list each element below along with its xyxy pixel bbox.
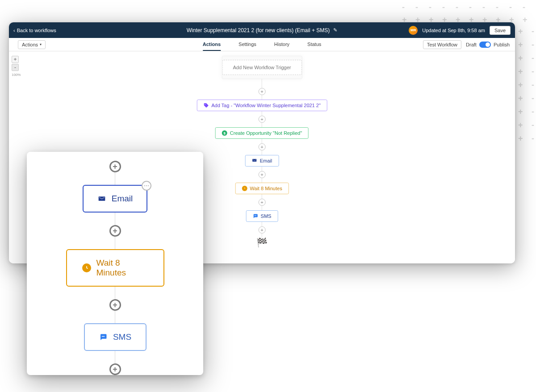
zoom-detail-card: + ⋯ Email + Wait 8 Minutes + SMS + [27, 152, 203, 375]
add-step-button[interactable]: + [258, 226, 265, 234]
connector-line [262, 178, 262, 183]
zoom-node-label: Email [112, 194, 133, 204]
connector-line [262, 206, 262, 210]
connector-line [262, 95, 262, 100]
clock-icon [82, 263, 91, 272]
draft-label: Draft [466, 42, 477, 47]
node-add-tag[interactable]: Add Tag - "Workflow Winter Supplemental … [197, 100, 327, 111]
svg-point-7 [104, 336, 105, 337]
workflow-title: Winter Supplemental 2021 2 (for new clie… [187, 27, 330, 33]
connector-line [262, 123, 262, 127]
node-label: Email [260, 158, 272, 163]
zoom-node-label: Wait 8 Minutes [96, 258, 148, 278]
node-label: Create Opportunity "Not Replied" [230, 130, 302, 136]
svg-point-1 [254, 215, 255, 216]
add-step-button-large[interactable]: + [109, 299, 121, 311]
add-step-button[interactable]: + [258, 88, 265, 95]
tab-settings[interactable]: Settings [239, 38, 256, 51]
workflow-flow: Add New Workflow Trigger + Add Tag - "Wo… [197, 56, 327, 247]
node-menu-icon[interactable]: ⋯ [142, 181, 151, 191]
add-trigger-button[interactable]: Add New Workflow Trigger [222, 60, 302, 75]
back-label: Back to workflows [17, 28, 56, 33]
connector-line [262, 79, 262, 88]
node-create-opportunity[interactable]: $ Create Opportunity "Not Replied" [215, 127, 309, 139]
connector-line [115, 351, 115, 363]
zoom-percent: 100% [12, 73, 21, 77]
clock-icon [242, 186, 247, 191]
trigger-container: Add New Workflow Trigger [222, 56, 302, 79]
connector-line [262, 222, 262, 226]
connector-line [262, 167, 262, 171]
node-sms[interactable]: SMS [246, 210, 278, 222]
connector-line [262, 150, 262, 155]
save-button[interactable]: Save [490, 26, 511, 35]
add-step-button[interactable]: + [258, 171, 265, 178]
mail-icon [252, 158, 257, 163]
node-label: Wait 8 Minutes [250, 186, 282, 191]
connector-line [262, 139, 262, 143]
tag-icon [203, 103, 209, 108]
subnav-bar: Actions ▾ Actions Settings History Statu… [9, 38, 515, 51]
add-step-button-large[interactable]: + [109, 225, 121, 237]
add-step-button[interactable]: + [258, 143, 265, 150]
mail-icon [97, 194, 106, 203]
svg-point-2 [255, 215, 255, 216]
zoom-controls: + - 100% [12, 56, 21, 77]
connector-line [115, 213, 115, 225]
avatar[interactable]: MR [409, 26, 418, 35]
finish-flag-icon: 🏁 [256, 238, 268, 247]
back-to-workflows-link[interactable]: ‹ Back to workflows [13, 28, 56, 33]
tab-status[interactable]: Status [307, 38, 321, 51]
test-workflow-button[interactable]: Test Workflow [423, 40, 461, 49]
updated-timestamp: Updated at Sep 8th, 9:58 am [422, 28, 485, 33]
publish-label: Publish [494, 42, 510, 47]
node-wait[interactable]: Wait 8 Minutes [235, 183, 289, 194]
chevron-left-icon: ‹ [13, 28, 15, 33]
zoom-node-sms[interactable]: SMS [84, 323, 147, 351]
chevron-down-icon: ▾ [40, 42, 42, 46]
publish-toggle[interactable] [479, 42, 491, 48]
zoom-node-label: SMS [113, 332, 131, 342]
zoom-out-button[interactable]: - [12, 64, 19, 71]
node-email[interactable]: Email [245, 155, 279, 167]
node-label: SMS [261, 213, 272, 219]
avatar-initials: MR [410, 28, 416, 32]
actions-dropdown-label: Actions [22, 42, 38, 47]
connector-line [115, 237, 115, 249]
add-step-button-large[interactable]: + [109, 161, 121, 172]
app-header: ‹ Back to workflows Winter Supplemental … [9, 22, 515, 38]
zoom-node-wait[interactable]: Wait 8 Minutes [66, 249, 164, 287]
node-label: Add Tag - "Workflow Winter Supplemental … [211, 103, 321, 108]
dollar-icon: $ [222, 130, 227, 136]
svg-point-6 [103, 336, 104, 337]
connector-line [115, 287, 115, 299]
sms-icon [253, 213, 258, 219]
connector-line [115, 311, 115, 323]
svg-point-5 [102, 336, 103, 337]
edit-title-icon[interactable]: ✎ [333, 27, 337, 33]
zoom-in-button[interactable]: + [12, 56, 19, 63]
svg-point-3 [255, 215, 256, 216]
tab-history[interactable]: History [274, 38, 289, 51]
add-step-button[interactable]: + [258, 199, 265, 206]
tab-actions[interactable]: Actions [203, 38, 221, 51]
connector-line [115, 172, 115, 185]
zoom-node-email[interactable]: ⋯ Email [83, 185, 147, 213]
actions-dropdown[interactable]: Actions ▾ [18, 40, 46, 49]
connector-line [262, 111, 262, 116]
add-step-button-large[interactable]: + [109, 363, 121, 375]
add-step-button[interactable]: + [258, 116, 265, 123]
sms-icon [99, 333, 108, 342]
connector-line [262, 194, 262, 199]
tab-bar: Actions Settings History Status [203, 38, 322, 51]
